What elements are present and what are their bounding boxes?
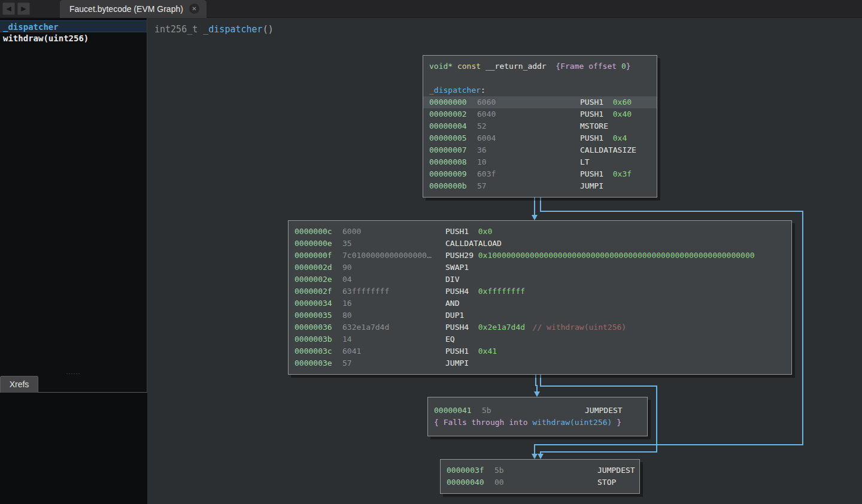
instruction-row[interactable]: 00000036632e1a7d4dPUSH4 0x2e1a7d4d// wit… xyxy=(295,321,785,333)
insn-mnemonic[interactable]: JUMPDEST xyxy=(597,464,635,476)
instruction-row[interactable]: 000000056004PUSH1 0x4 xyxy=(429,132,651,144)
insn-address[interactable]: 0000003e xyxy=(295,357,342,369)
tab-faucet-bytecode[interactable]: Faucet.bytecode (EVM Graph) ✕ xyxy=(60,0,207,18)
insn-address[interactable]: 0000002d xyxy=(295,262,342,274)
annotation-row[interactable]: { Falls through into withdraw(uint256) } xyxy=(434,417,641,429)
instruction-row[interactable]: 0000000b57JUMPI xyxy=(429,180,651,192)
insn-mnemonic[interactable]: LT xyxy=(580,156,613,168)
instruction-row[interactable]: 0000000c6000PUSH1 0x0 xyxy=(295,226,785,238)
instruction-row[interactable]: 0000000736CALLDATASIZE xyxy=(429,144,651,156)
instruction-row[interactable]: 0000000e35CALLDATALOAD xyxy=(295,238,785,250)
insn-operand[interactable]: 0x10000000000000000000000000000000000000… xyxy=(478,251,755,260)
insn-address[interactable]: 00000002 xyxy=(429,108,477,120)
insn-mnemonic[interactable]: DUP1 xyxy=(445,309,478,321)
annotation-row[interactable]: void* const __return_addr {Frame offset … xyxy=(429,60,651,72)
graph-canvas[interactable]: int256_t _dispatcher() void* const __ret… xyxy=(147,18,862,504)
insn-address[interactable]: 0000003b xyxy=(295,333,342,345)
insn-address[interactable]: 0000002e xyxy=(295,274,342,286)
insn-address[interactable]: 00000005 xyxy=(429,132,477,144)
insn-address[interactable]: 0000000e xyxy=(295,238,342,250)
insn-address[interactable]: 00000004 xyxy=(429,120,477,132)
insn-mnemonic[interactable]: STOP xyxy=(597,476,630,488)
insn-address[interactable]: 00000040 xyxy=(447,476,494,488)
insn-mnemonic[interactable]: PUSH4 xyxy=(445,286,478,297)
insn-mnemonic[interactable]: PUSH1 xyxy=(445,345,478,357)
sidebar-function-withdraw-uint256-[interactable]: withdraw(uint256) xyxy=(0,32,147,44)
insn-mnemonic[interactable]: CALLDATALOAD xyxy=(445,238,502,250)
insn-address[interactable]: 0000002f xyxy=(295,286,342,297)
insn-mnemonic[interactable]: PUSH1 xyxy=(580,96,613,108)
instruction-row[interactable]: 0000002f63ffffffffPUSH4 0xffffffff xyxy=(295,286,785,297)
instruction-row[interactable]: 0000000810LT xyxy=(429,156,651,168)
blank-row[interactable] xyxy=(429,72,651,84)
instruction-row[interactable]: 0000003f5bJUMPDEST xyxy=(447,464,633,476)
insn-address[interactable]: 0000000f xyxy=(295,250,342,262)
block-0x3f[interactable]: 0000003f5bJUMPDEST0000004000STOP xyxy=(440,459,640,494)
insn-address[interactable]: 00000034 xyxy=(295,297,342,309)
insn-operand[interactable]: 0x40 xyxy=(613,110,632,119)
instruction-row[interactable]: 0000004000STOP xyxy=(447,476,633,488)
tab-xrefs[interactable]: Xrefs xyxy=(0,376,38,393)
insn-mnemonic[interactable]: PUSH1 xyxy=(580,108,613,120)
insn-mnemonic[interactable]: PUSH4 xyxy=(445,321,478,333)
insn-operand[interactable]: 0x0 xyxy=(478,227,492,236)
code-token[interactable]: _dispatcher xyxy=(429,86,481,95)
horizontal-splitter-handle[interactable]: ······ xyxy=(0,371,147,376)
back-button[interactable]: ◀ xyxy=(2,2,15,15)
insn-operand[interactable]: 0x2e1a7d4d xyxy=(478,323,525,332)
instruction-row[interactable]: 0000003580DUP1 xyxy=(295,309,785,321)
annotation-row[interactable]: _dispatcher: xyxy=(429,84,651,96)
instruction-row[interactable]: 0000003e57JUMPI xyxy=(295,357,785,369)
insn-mnemonic[interactable]: PUSH1 xyxy=(580,132,613,144)
insn-address[interactable]: 0000000b xyxy=(429,180,477,192)
instruction-row[interactable]: 000000026040PUSH1 0x40 xyxy=(429,108,651,120)
sidebar: _dispatcherwithdraw(uint256) ······ Xref… xyxy=(0,18,147,504)
instruction-row[interactable]: 0000003c6041PUSH1 0x41 xyxy=(295,345,785,357)
insn-address[interactable]: 00000000 xyxy=(429,96,477,108)
insn-mnemonic[interactable]: DIV xyxy=(445,274,478,286)
insn-address[interactable]: 00000007 xyxy=(429,144,477,156)
insn-address[interactable]: 0000003f xyxy=(447,464,494,476)
insn-mnemonic[interactable]: MSTORE xyxy=(580,120,613,132)
instruction-row[interactable]: 0000002d90SWAP1 xyxy=(295,262,785,274)
insn-address[interactable]: 00000035 xyxy=(295,309,342,321)
insn-address[interactable]: 00000041 xyxy=(434,405,482,417)
insn-operand[interactable]: 0x41 xyxy=(478,347,497,356)
instruction-row[interactable]: 000000006060PUSH1 0x60 xyxy=(423,96,657,108)
instruction-row[interactable]: 0000002e04DIV xyxy=(295,274,785,286)
insn-operand[interactable]: 0x4 xyxy=(613,133,627,142)
instruction-row[interactable]: 0000003b14EQ xyxy=(295,333,785,345)
insn-address[interactable]: 00000008 xyxy=(429,156,477,168)
insn-mnemonic[interactable]: PUSH29 xyxy=(445,250,478,262)
insn-address[interactable]: 0000003c xyxy=(295,345,342,357)
insn-address[interactable]: 00000036 xyxy=(295,321,342,333)
insn-mnemonic[interactable]: JUMPDEST xyxy=(585,405,623,417)
insn-bytes: 6060 xyxy=(477,96,580,108)
insn-mnemonic[interactable]: AND xyxy=(445,297,478,309)
instruction-row[interactable]: 0000000452MSTORE xyxy=(429,120,651,132)
instruction-row[interactable]: 00000009603fPUSH1 0x3f xyxy=(429,168,651,180)
insn-address[interactable]: 00000009 xyxy=(429,168,477,180)
insn-address[interactable]: 0000000c xyxy=(295,226,342,238)
code-token[interactable]: withdraw(uint256) xyxy=(532,418,612,427)
instruction-row[interactable]: 0000000f7c0100000000000000…PUSH29 0x1000… xyxy=(295,250,785,262)
insn-mnemonic[interactable]: PUSH1 xyxy=(445,226,478,238)
close-icon[interactable]: ✕ xyxy=(189,4,199,14)
insn-operand[interactable]: 0xffffffff xyxy=(478,287,525,296)
insn-mnemonic[interactable]: PUSH1 xyxy=(580,168,613,180)
insn-operand[interactable]: 0x60 xyxy=(613,98,632,107)
instruction-row[interactable]: 0000003416AND xyxy=(295,297,785,309)
block-0x0[interactable]: void* const __return_addr {Frame offset … xyxy=(423,55,657,198)
block-0xc[interactable]: 0000000c6000PUSH1 0x00000000e35CALLDATAL… xyxy=(288,220,792,375)
block-0x41[interactable]: 000000415bJUMPDEST{ Falls through into w… xyxy=(427,397,648,436)
sidebar-function--dispatcher[interactable]: _dispatcher xyxy=(0,20,147,32)
insn-mnemonic[interactable]: JUMPI xyxy=(580,180,613,192)
insn-mnemonic[interactable]: JUMPI xyxy=(445,357,478,369)
insn-operand[interactable]: 0x3f xyxy=(613,169,632,178)
tab-title: Faucet.bytecode (EVM Graph) xyxy=(69,4,183,14)
insn-mnemonic[interactable]: EQ xyxy=(445,333,478,345)
instruction-row[interactable]: 000000415bJUMPDEST xyxy=(434,405,641,417)
insn-mnemonic[interactable]: SWAP1 xyxy=(445,262,478,274)
insn-mnemonic[interactable]: CALLDATASIZE xyxy=(580,144,636,156)
forward-button[interactable]: ▶ xyxy=(17,2,30,15)
